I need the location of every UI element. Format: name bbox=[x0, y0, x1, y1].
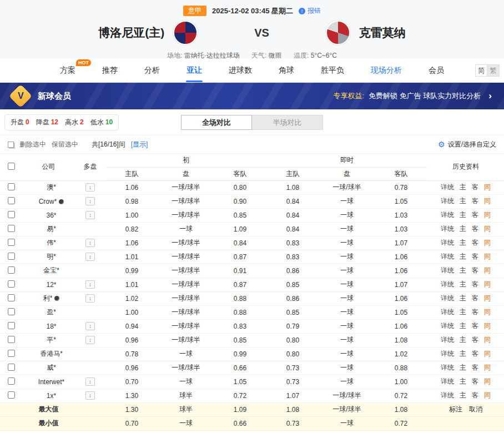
multi-odds-icon[interactable]: ↕ bbox=[85, 183, 95, 192]
row-checkbox[interactable] bbox=[8, 377, 15, 385]
company-cell[interactable]: 伟* bbox=[22, 236, 75, 250]
history-link-home[interactable]: 主 bbox=[460, 197, 466, 205]
history-link-away[interactable]: 客 bbox=[472, 322, 478, 330]
company-cell[interactable]: 平* bbox=[22, 333, 75, 347]
history-link-away[interactable]: 客 bbox=[472, 266, 478, 274]
history-link-detail[interactable]: 详统 bbox=[441, 336, 454, 344]
multi-odds-icon[interactable]: ↕ bbox=[85, 377, 95, 386]
history-link-detail[interactable]: 详统 bbox=[441, 253, 454, 260]
history-link-home[interactable]: 主 bbox=[460, 239, 466, 246]
history-link-detail[interactable]: 详统 bbox=[441, 364, 454, 371]
company-cell[interactable]: Interwet* bbox=[22, 375, 75, 389]
history-link-home[interactable]: 主 bbox=[460, 391, 466, 399]
history-link-detail[interactable]: 详统 bbox=[441, 280, 454, 288]
show-link[interactable]: [显示] bbox=[131, 140, 148, 149]
multi-odds-icon[interactable]: ↕ bbox=[85, 294, 95, 303]
delete-selected-button[interactable]: 删除选中 bbox=[19, 140, 46, 149]
tab-corners[interactable]: 角球 bbox=[265, 58, 308, 82]
row-checkbox[interactable] bbox=[8, 253, 15, 260]
history-link-home[interactable]: 主 bbox=[460, 377, 466, 385]
history-link-detail[interactable]: 详统 bbox=[441, 239, 454, 246]
history-link-home[interactable]: 主 bbox=[460, 336, 466, 344]
multi-odds-icon[interactable]: ↕ bbox=[85, 253, 95, 261]
history-link-detail[interactable]: 详统 bbox=[441, 350, 454, 358]
history-link-same[interactable]: 同 bbox=[484, 322, 491, 330]
history-link-same[interactable]: 同 bbox=[484, 266, 491, 274]
multi-odds-icon[interactable]: ↕ bbox=[85, 239, 95, 247]
history-link-same[interactable]: 同 bbox=[484, 350, 491, 358]
history-link-home[interactable]: 主 bbox=[460, 211, 466, 219]
multi-odds-icon[interactable]: ↕ bbox=[85, 211, 95, 219]
history-link-away[interactable]: 客 bbox=[472, 225, 478, 233]
history-link-detail[interactable]: 详统 bbox=[441, 322, 454, 330]
tab-analysis[interactable]: 分析 bbox=[131, 58, 173, 82]
history-link-away[interactable]: 客 bbox=[472, 211, 478, 219]
tab-live-analysis[interactable]: 现场分析 bbox=[357, 58, 415, 82]
vip-banner[interactable]: V 新球会员 专享权益: 免费解锁 免广告 球队实力对比分析 › bbox=[0, 83, 504, 109]
history-link-same[interactable]: 同 bbox=[484, 294, 491, 302]
select-all-checkbox[interactable] bbox=[8, 163, 15, 170]
history-link-detail[interactable]: 详统 bbox=[441, 197, 454, 205]
history-link-away[interactable]: 客 bbox=[472, 294, 478, 302]
history-link-detail[interactable]: 详统 bbox=[441, 308, 454, 316]
row-checkbox[interactable] bbox=[8, 308, 15, 315]
company-cell[interactable]: 澳* bbox=[22, 180, 75, 194]
history-link-away[interactable]: 客 bbox=[472, 391, 478, 399]
history-link-same[interactable]: 同 bbox=[484, 308, 491, 316]
row-checkbox[interactable] bbox=[8, 280, 15, 288]
history-link-away[interactable]: 客 bbox=[472, 364, 478, 371]
history-link-home[interactable]: 主 bbox=[460, 253, 466, 260]
row-checkbox[interactable] bbox=[8, 322, 15, 329]
tab-member[interactable]: 会员 bbox=[415, 58, 457, 82]
row-checkbox[interactable] bbox=[8, 197, 15, 204]
row-checkbox[interactable] bbox=[8, 183, 15, 190]
row-checkbox[interactable] bbox=[8, 350, 15, 357]
tab-recommend[interactable]: 推荐 bbox=[89, 58, 131, 82]
tab-plan[interactable]: 方案HOT bbox=[47, 58, 89, 82]
company-cell[interactable]: 香港马* bbox=[22, 347, 75, 361]
history-link-home[interactable]: 主 bbox=[460, 308, 466, 316]
chevron-right-icon[interactable]: › bbox=[488, 90, 492, 102]
multi-odds-icon[interactable]: ↕ bbox=[85, 336, 95, 344]
company-cell[interactable]: 威* bbox=[22, 361, 75, 375]
history-link-home[interactable]: 主 bbox=[460, 280, 466, 288]
company-cell[interactable]: 易* bbox=[22, 222, 75, 236]
history-link-same[interactable]: 同 bbox=[484, 253, 491, 260]
company-cell[interactable]: 金宝* bbox=[22, 264, 75, 278]
company-cell[interactable]: 利* bbox=[22, 291, 75, 305]
history-link-away[interactable]: 客 bbox=[472, 350, 478, 358]
history-link-home[interactable]: 主 bbox=[460, 225, 466, 233]
company-cell[interactable]: 盈* bbox=[22, 305, 75, 319]
row-checkbox[interactable] bbox=[8, 294, 15, 301]
mark-button[interactable]: 标注 bbox=[449, 405, 462, 413]
history-link-home[interactable]: 主 bbox=[460, 364, 466, 371]
history-link-same[interactable]: 同 bbox=[484, 336, 491, 344]
history-link-same[interactable]: 同 bbox=[484, 239, 491, 246]
history-link-same[interactable]: 同 bbox=[484, 183, 491, 191]
company-cell[interactable]: 36* bbox=[22, 208, 75, 222]
history-link-away[interactable]: 客 bbox=[472, 197, 478, 205]
history-link-away[interactable]: 客 bbox=[472, 239, 478, 246]
history-link-detail[interactable]: 详统 bbox=[441, 294, 454, 302]
history-link-detail[interactable]: 详统 bbox=[441, 183, 454, 191]
tab-1x2[interactable]: 胜平负 bbox=[308, 58, 357, 82]
tab-goals[interactable]: 进球数 bbox=[215, 58, 265, 82]
company-cell[interactable]: 明* bbox=[22, 250, 75, 264]
lang-traditional-button[interactable]: 繁 bbox=[487, 64, 500, 77]
keep-selected-button[interactable]: 保留选中 bbox=[52, 140, 78, 149]
history-link-away[interactable]: 客 bbox=[472, 377, 478, 385]
history-link-away[interactable]: 客 bbox=[472, 280, 478, 288]
history-link-same[interactable]: 同 bbox=[484, 391, 491, 399]
history-link-same[interactable]: 同 bbox=[484, 280, 491, 288]
history-link-away[interactable]: 客 bbox=[472, 253, 478, 260]
multi-odds-icon[interactable]: ↕ bbox=[85, 197, 95, 205]
history-link-detail[interactable]: 详统 bbox=[441, 211, 454, 219]
company-cell[interactable]: Crow* bbox=[22, 194, 75, 208]
history-link-same[interactable]: 同 bbox=[484, 225, 491, 233]
half-match-toggle[interactable]: 半场对比 bbox=[252, 115, 323, 130]
history-link-home[interactable]: 主 bbox=[460, 183, 466, 191]
history-link-detail[interactable]: 详统 bbox=[441, 225, 454, 233]
multi-odds-icon[interactable]: ↕ bbox=[85, 322, 95, 330]
settings-button[interactable]: ⚙ 设置/选择自定义 bbox=[438, 140, 496, 149]
row-checkbox[interactable] bbox=[8, 336, 15, 343]
